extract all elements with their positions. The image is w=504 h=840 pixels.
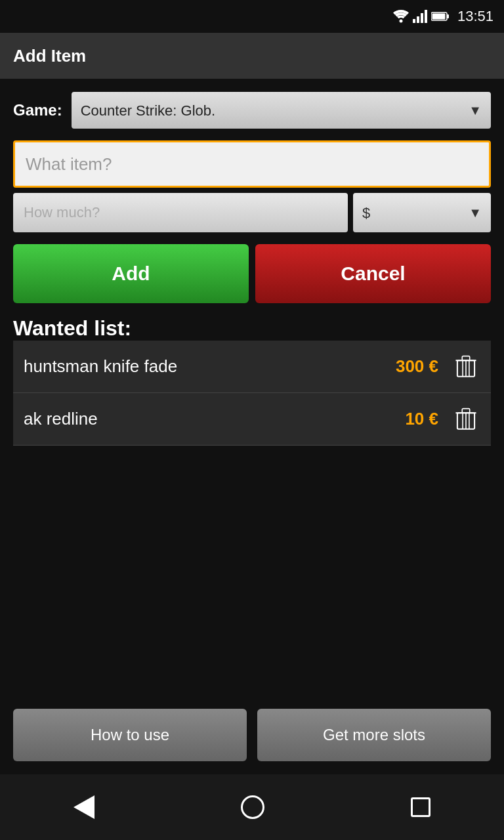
svg-rect-3 <box>421 13 423 23</box>
status-icons: 13:51 <box>393 8 494 25</box>
how-to-use-button[interactable]: How to use <box>13 709 247 761</box>
delete-item-button[interactable] <box>452 405 480 434</box>
home-button[interactable] <box>241 795 264 819</box>
battery-icon <box>431 11 450 22</box>
wanted-list-heading: Wanted list: <box>13 316 491 341</box>
price-input[interactable] <box>13 193 348 232</box>
get-more-slots-button[interactable]: Get more slots <box>257 709 491 761</box>
price-row: $ € £ ¥ ▼ <box>13 193 491 232</box>
game-select[interactable]: Counter Strike: Glob. Dota 2 Team Fortre… <box>72 92 491 129</box>
cancel-button[interactable]: Cancel <box>255 244 491 303</box>
game-row: Game: Counter Strike: Glob. Dota 2 Team … <box>13 92 491 129</box>
svg-rect-6 <box>447 14 449 18</box>
main-content: Game: Counter Strike: Glob. Dota 2 Team … <box>0 79 504 446</box>
home-icon <box>241 795 264 819</box>
back-button[interactable] <box>74 795 94 819</box>
nav-bar <box>0 774 504 840</box>
trash-icon <box>454 355 478 379</box>
currency-select[interactable]: $ € £ ¥ <box>353 193 491 232</box>
svg-rect-1 <box>413 19 415 23</box>
list-item: huntsman knife fade 300 € <box>13 341 491 393</box>
app-bar: Add Item <box>0 33 504 79</box>
status-time: 13:51 <box>457 8 494 25</box>
list-item-price: 300 € <box>396 356 438 377</box>
bottom-buttons: How to use Get more slots <box>13 709 491 761</box>
game-label: Game: <box>13 101 62 119</box>
delete-item-button[interactable] <box>452 352 480 381</box>
game-select-wrapper: Counter Strike: Glob. Dota 2 Team Fortre… <box>72 92 491 129</box>
list-item: ak redline 10 € <box>13 393 491 446</box>
svg-point-0 <box>399 20 402 23</box>
recents-button[interactable] <box>411 797 430 817</box>
list-item-name: huntsman knife fade <box>24 356 396 377</box>
recents-icon <box>411 797 430 817</box>
svg-rect-7 <box>432 14 445 20</box>
item-input[interactable] <box>13 140 491 188</box>
add-button[interactable]: Add <box>13 244 249 303</box>
wanted-list: huntsman knife fade 300 € ak redline 10 … <box>13 341 491 446</box>
status-bar: 13:51 <box>0 0 504 33</box>
list-item-name: ak redline <box>24 409 405 429</box>
svg-rect-4 <box>425 10 427 23</box>
list-item-price: 10 € <box>405 409 438 429</box>
svg-rect-2 <box>417 16 419 23</box>
trash-icon <box>454 408 478 431</box>
action-row: Add Cancel <box>13 244 491 303</box>
wifi-icon <box>393 10 409 23</box>
signal-icon <box>413 10 427 23</box>
currency-select-wrapper: $ € £ ¥ ▼ <box>353 193 491 232</box>
app-bar-title: Add Item <box>13 46 86 66</box>
back-icon <box>74 795 94 819</box>
